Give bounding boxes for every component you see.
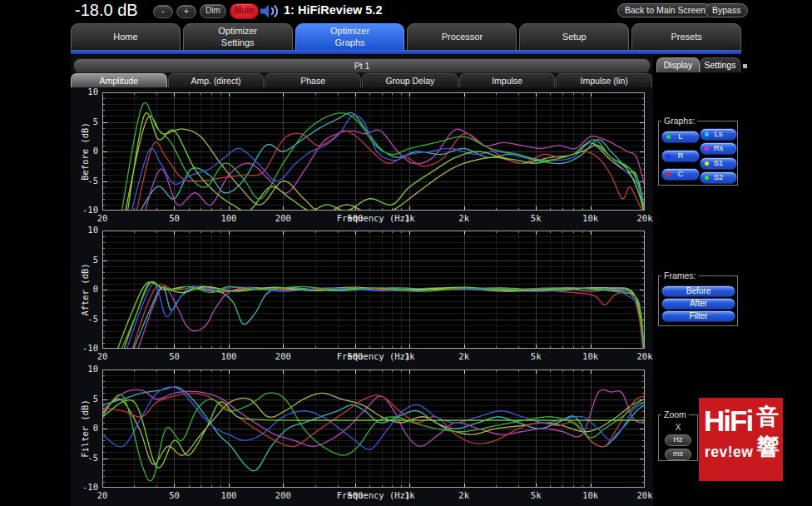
- x-axis-tick-label: 50: [169, 351, 180, 361]
- tab-setup[interactable]: Setup: [519, 23, 629, 50]
- before-x-ticks: 20501002005001k2k5k10k20kFrequency (Hz): [102, 211, 645, 229]
- channel-button-s2[interactable]: S2: [700, 171, 737, 184]
- y-axis-tick-label: -10: [71, 343, 98, 353]
- dim-button[interactable]: Dim: [200, 4, 226, 18]
- volume-down-button[interactable]: -: [153, 5, 173, 18]
- x-axis-tick-label: 2k: [458, 213, 469, 223]
- tab-home[interactable]: Home: [71, 23, 181, 50]
- channel-button-s1[interactable]: S1: [700, 157, 737, 170]
- x-axis-tick-label: 20k: [637, 351, 653, 361]
- x-axis-tick-label: 20: [97, 213, 108, 223]
- y-axis-tick-label: 0: [71, 284, 98, 294]
- filter-y-ticks: 1050-5-10: [71, 370, 101, 488]
- x-axis-tick-label: 20k: [637, 490, 653, 500]
- x-axis-tick-label: 20: [97, 351, 108, 361]
- y-axis-tick-label: 10: [71, 364, 98, 374]
- zoom-x-label: X: [659, 423, 697, 432]
- channel-button-ls[interactable]: Ls: [700, 128, 737, 141]
- frame-button-filter[interactable]: Filter: [661, 310, 735, 322]
- tab-settings[interactable]: Settings: [700, 57, 740, 72]
- subtab-amplitude[interactable]: Amplitude: [71, 73, 167, 87]
- top-bar: -18.0 dB - + Dim Mute 1: HiFiReview 5.2 …: [0, 0, 812, 22]
- y-axis-tick-label: -10: [71, 205, 98, 215]
- frame-button-before[interactable]: Before: [661, 285, 735, 297]
- x-axis-tick-label: 200: [275, 351, 291, 361]
- x-axis-tick-label: 5k: [531, 351, 542, 361]
- filter-x-ticks: 20501002005001k2k5k10k20kFrequency (Hz): [102, 488, 645, 506]
- x-axis-tick-label: 2k: [458, 490, 469, 500]
- y-axis-tick-label: 5: [71, 394, 98, 404]
- panel-corner-marker: [743, 64, 747, 68]
- zoom-ms-button[interactable]: ms: [665, 449, 691, 460]
- subtab-group-delay[interactable]: Group Delay: [362, 73, 458, 87]
- y-axis-tick-label: -5: [71, 314, 98, 324]
- graphs-group-label: Graphs:: [661, 116, 697, 126]
- x-axis-tick-label: 100: [220, 351, 236, 361]
- y-axis-tick-label: -10: [71, 482, 98, 492]
- volume-up-button[interactable]: +: [176, 5, 196, 18]
- tab-presets[interactable]: Presets: [631, 23, 741, 50]
- back-to-main-screen-button[interactable]: Back to Main Screen: [617, 3, 713, 17]
- tab-optimizer-settings[interactable]: Optimizer Settings: [183, 23, 293, 50]
- channel-button-r[interactable]: R: [661, 150, 700, 162]
- y-axis-tick-label: 5: [71, 117, 98, 126]
- y-axis-tick-label: -5: [71, 453, 98, 463]
- x-axis-tick-label: 20k: [637, 213, 653, 223]
- before-plot-canvas: [102, 92, 645, 211]
- zoom-group-label: Zoom: [661, 409, 689, 419]
- bypass-button[interactable]: Bypass: [705, 3, 748, 17]
- after-x-ticks: 20501002005001k2k5k10k20kFrequency (Hz): [102, 349, 645, 367]
- channel-button-l[interactable]: L: [661, 131, 700, 143]
- y-axis-tick-label: 0: [71, 423, 98, 433]
- filter-graph: Filter (dB) 1050-5-10 20501002005001k2k5…: [71, 370, 653, 506]
- volume-level-display: -18.0 dB: [75, 1, 138, 20]
- x-axis-tick-label: 50: [169, 213, 180, 223]
- after-y-ticks: 1050-5-10: [71, 231, 101, 349]
- mute-button[interactable]: Mute: [230, 3, 259, 19]
- logo-cjk-text: 音響: [756, 403, 780, 462]
- filter-plot-canvas: [102, 370, 645, 488]
- zoom-group: Zoom X Hz ms: [658, 414, 698, 461]
- graphs-panel: Pt 1 Amplitude Amp. (direct) Phase Group…: [71, 55, 653, 506]
- x-axis-label: Frequency (Hz): [337, 213, 411, 223]
- subtab-amp-direct[interactable]: Amp. (direct): [168, 73, 265, 87]
- graph-type-tab-bar: Amplitude Amp. (direct) Phase Group Dela…: [71, 73, 652, 87]
- y-axis-tick-label: 5: [71, 255, 98, 265]
- after-graph: After (dB) 1050-5-10 20501002005001k2k5k…: [71, 231, 653, 369]
- y-axis-tick-label: 10: [71, 87, 98, 97]
- channel-rs-color-dot: [705, 146, 709, 151]
- tab-optimizer-graphs[interactable]: Optimizer Graphs: [295, 23, 405, 50]
- x-axis-tick-label: 200: [275, 490, 291, 500]
- x-axis-tick-label: 100: [220, 213, 236, 223]
- tab-accent-bar: [71, 50, 741, 54]
- channel-ls-color-dot: [705, 132, 709, 136]
- zoom-hz-button[interactable]: Hz: [665, 434, 691, 446]
- channel-button-rs[interactable]: Rs: [700, 142, 737, 155]
- y-axis-tick-label: 0: [71, 146, 98, 156]
- subtab-phase[interactable]: Phase: [265, 73, 361, 87]
- graphs-group: Graphs: L R C Ls Rs S1 S2: [658, 121, 738, 186]
- channel-button-c[interactable]: C: [661, 168, 700, 181]
- tab-display[interactable]: Display: [656, 57, 700, 72]
- x-axis-tick-label: 100: [220, 490, 236, 500]
- channel-c-color-dot: [666, 172, 671, 176]
- after-plot-canvas: [102, 231, 645, 349]
- x-axis-tick-label: 200: [275, 213, 291, 223]
- speaker-icon: [260, 3, 280, 19]
- subtab-impulse-lin[interactable]: Impulse (lin): [556, 73, 652, 87]
- x-axis-label: Frequency (Hz): [337, 490, 411, 500]
- page-title[interactable]: Pt 1: [73, 58, 651, 73]
- frames-group-label: Frames:: [661, 270, 699, 280]
- subtab-impulse[interactable]: Impulse: [459, 73, 556, 87]
- channel-s1-color-dot: [705, 161, 709, 166]
- frame-button-after[interactable]: After: [661, 298, 735, 310]
- x-axis-label: Frequency (Hz): [337, 351, 411, 361]
- before-y-ticks: 1050-5-10: [71, 92, 101, 211]
- x-axis-tick-label: 20: [97, 490, 108, 500]
- before-graph: Before (dB) 1050-5-10 20501002005001k2k5…: [71, 92, 653, 231]
- logo-hifi-text: HiFi: [704, 404, 752, 438]
- app-title: 1: HiFiReview 5.2: [284, 3, 382, 17]
- channel-s2-color-dot: [705, 176, 709, 180]
- x-axis-tick-label: 10k: [582, 351, 598, 361]
- tab-processor[interactable]: Processor: [407, 23, 517, 50]
